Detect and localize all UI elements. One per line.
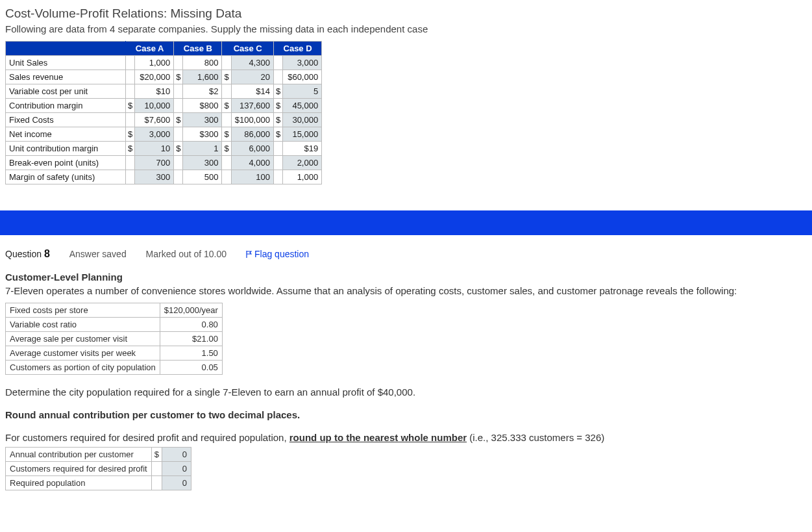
- table-row: Variable cost ratio0.80: [6, 318, 223, 332]
- table-row: Break-even point (units) 700 300 4,000 2…: [6, 156, 322, 170]
- input-cell[interactable]: 5: [283, 84, 322, 99]
- input-cell[interactable]: 30,000: [283, 113, 322, 127]
- table-row: Average customer visits per week1.50: [6, 346, 223, 361]
- question-status: Answer saved: [69, 249, 127, 259]
- input-cell[interactable]: 1,600: [183, 70, 222, 84]
- input-cell[interactable]: 10,000: [135, 99, 174, 113]
- divider-bar: [0, 210, 812, 235]
- table-row: Net income $3,000 $300 $86,000 $15,000: [6, 127, 322, 142]
- table-row: Margin of safety (units) 300 500 100 1,0…: [6, 170, 322, 184]
- table-row: Required population 0: [6, 476, 191, 490]
- question-number: 8: [44, 248, 50, 259]
- question-header: Question 8 Answer saved Marked out of 10…: [5, 248, 807, 260]
- table-row: Contribution margin $10,000 $800 $137,60…: [6, 99, 322, 113]
- flag-icon: [246, 249, 252, 257]
- table-row: Customers required for desired profit 0: [6, 462, 191, 476]
- input-cell[interactable]: 0: [162, 476, 191, 490]
- input-cell[interactable]: 300: [135, 170, 174, 184]
- th-case-b: Case B: [174, 42, 222, 56]
- input-cell[interactable]: 45,000: [283, 99, 322, 113]
- input-cell[interactable]: 3,000: [135, 127, 174, 142]
- th-case-a: Case A: [126, 42, 174, 56]
- table-row: Fixed Costs $7,600 $300 $100,000 $30,000: [6, 113, 322, 127]
- table-row: Fixed costs per store$120,000/year: [6, 303, 223, 318]
- question-marks: Marked out of 10.00: [146, 249, 227, 259]
- table-row: Unit contribution margin $10 $1 $6,000 $…: [6, 142, 322, 156]
- input-cell[interactable]: 15,000: [283, 127, 322, 142]
- page-title-1: Cost-Volume-Profit Relations: Missing Da…: [5, 6, 807, 21]
- input-cell[interactable]: 1: [183, 142, 222, 156]
- th-case-d: Case D: [273, 42, 321, 56]
- input-cell[interactable]: 2,000: [283, 156, 322, 170]
- flag-question-link[interactable]: Flag question: [246, 249, 309, 259]
- q8-title: Customer-Level Planning: [5, 272, 807, 283]
- input-cell[interactable]: 0: [162, 462, 191, 476]
- table-row: Unit Sales 1,000 800 4,300 3,000: [6, 56, 322, 70]
- th-blank: [6, 42, 126, 56]
- row-label: Unit Sales: [6, 56, 126, 70]
- table-row: Annual contribution per customer $ 0: [6, 448, 191, 462]
- th-case-c: Case C: [222, 42, 273, 56]
- input-cell[interactable]: 4,300: [231, 56, 273, 70]
- input-cell[interactable]: 300: [183, 113, 222, 127]
- q8-instruction-1: Determine the city population required f…: [5, 386, 807, 398]
- q8-body: 7-Eleven operates a number of convenienc…: [5, 285, 807, 296]
- input-cell[interactable]: 6,000: [231, 142, 273, 156]
- table-row: Variable cost per unit $10 $2 $14 $5: [6, 84, 322, 99]
- q8-instruction-2: Round annual contribution per customer t…: [5, 409, 807, 420]
- q8-instruction-3: For customers required for desired profi…: [5, 432, 807, 443]
- page-desc-1: Following are data from 4 separate compa…: [5, 23, 807, 34]
- input-cell[interactable]: 4,000: [231, 156, 273, 170]
- input-cell[interactable]: 10: [135, 142, 174, 156]
- table-row: Sales revenue $20,000 $1,600 $20 $60,000: [6, 70, 322, 84]
- input-cell[interactable]: 20: [231, 70, 273, 84]
- input-cell[interactable]: 86,000: [231, 127, 273, 142]
- table-row: Customers as portion of city population0…: [6, 361, 223, 375]
- input-cell[interactable]: 137,600: [231, 99, 273, 113]
- input-cell[interactable]: 100: [231, 170, 273, 184]
- flag-text: Flag question: [254, 249, 309, 259]
- input-cell[interactable]: 0: [162, 448, 191, 462]
- table-row: Average sale per customer visit$21.00: [6, 332, 223, 346]
- q8-answer-table: Annual contribution per customer $ 0 Cus…: [5, 447, 191, 490]
- input-cell[interactable]: 700: [135, 156, 174, 170]
- q8-data-table: Fixed costs per store$120,000/year Varia…: [5, 303, 223, 375]
- question-label: Question: [5, 249, 42, 259]
- input-cell[interactable]: 300: [183, 156, 222, 170]
- cvp-table: Case A Case B Case C Case D Unit Sales 1…: [5, 41, 322, 184]
- input-cell[interactable]: 3,000: [283, 56, 322, 70]
